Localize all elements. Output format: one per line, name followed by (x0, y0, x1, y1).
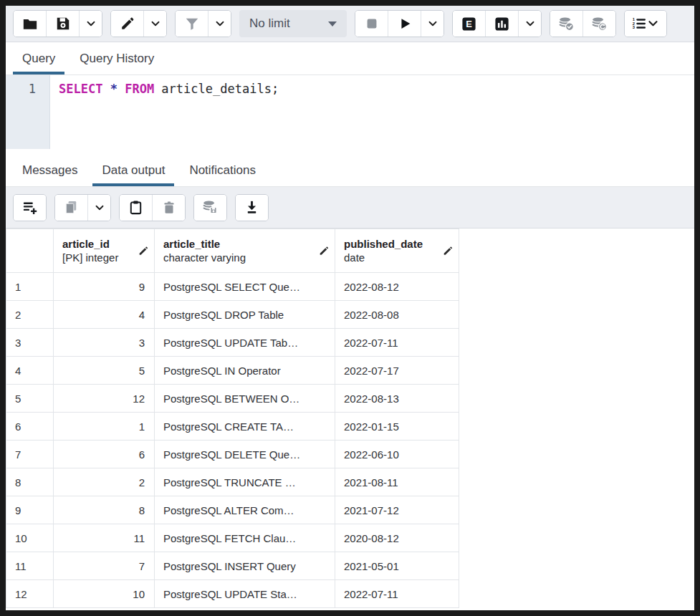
tab-messages[interactable]: Messages (13, 154, 87, 186)
article-title-cell[interactable]: PostgreSQL BETWEEN O… (155, 385, 335, 413)
row-number-cell[interactable]: 6 (6, 413, 54, 441)
row-number-cell[interactable]: 2 (6, 301, 54, 329)
delete-row-button[interactable] (152, 195, 185, 221)
save-options-button[interactable] (79, 11, 102, 37)
published-date-cell[interactable]: 2022-08-08 (335, 301, 459, 329)
add-row-button[interactable] (14, 195, 46, 221)
download-group (235, 194, 269, 221)
article-id-cell[interactable]: 3 (54, 329, 155, 357)
row-limit-select[interactable]: No limit (239, 10, 347, 37)
article-id-cell[interactable]: 7 (54, 552, 155, 580)
column-header-published-date[interactable]: published_date date (335, 229, 459, 273)
row-number-cell[interactable]: 7 (6, 441, 54, 468)
sql-code-line[interactable]: SELECT * FROM article_details; (50, 75, 279, 149)
explain-analyze-button[interactable] (485, 11, 518, 37)
article-title-cell[interactable]: PostgreSQL IN Operator (155, 357, 335, 385)
article-id-cell[interactable]: 4 (54, 301, 155, 329)
article-id-cell[interactable]: 6 (54, 441, 155, 468)
article-id-cell[interactable]: 12 (54, 385, 155, 413)
article-title-cell[interactable]: PostgreSQL DROP Table (155, 301, 335, 329)
transaction-button-group (550, 10, 616, 37)
panel-splitter[interactable] (6, 149, 694, 154)
published-date-cell[interactable]: 2022-08-12 (335, 273, 459, 301)
copy-options-button[interactable] (87, 195, 110, 221)
pencil-icon (120, 16, 135, 32)
row-number-cell[interactable]: 8 (6, 468, 54, 496)
row-number-cell[interactable]: 1 (6, 273, 54, 301)
article-title-cell[interactable]: PostgreSQL SELECT Que… (155, 273, 335, 301)
edit-column-icon[interactable] (138, 246, 149, 256)
tab-notifications[interactable]: Notifications (180, 154, 265, 186)
tab-query-history-label: Query History (80, 52, 154, 66)
published-date-cell[interactable]: 2022-07-11 (335, 329, 459, 357)
edit-menu-button[interactable] (111, 11, 143, 37)
sql-keyword: SELECT (59, 82, 102, 96)
open-file-button[interactable] (14, 11, 46, 37)
table-row: 7 6 PostgreSQL DELETE Que… 2022-06-10 (6, 441, 459, 468)
commit-button[interactable] (550, 11, 582, 37)
published-date-cell[interactable]: 2022-07-11 (335, 580, 459, 608)
sql-editor[interactable]: 1 SELECT * FROM article_details; (6, 75, 694, 149)
article-id-cell[interactable]: 1 (54, 413, 155, 441)
save-data-group (193, 194, 227, 221)
article-id-cell[interactable]: 10 (54, 580, 155, 608)
article-id-cell[interactable]: 8 (54, 496, 155, 524)
article-id-cell[interactable]: 11 (54, 524, 155, 552)
column-type: character varying (163, 251, 316, 265)
macros-button-group: 1 2 3 (624, 10, 667, 37)
save-results-to-file-button[interactable] (236, 195, 268, 221)
macros-button[interactable]: 1 2 3 (625, 11, 666, 37)
table-row: 9 8 PostgreSQL ALTER Com… 2021-07-12 (6, 496, 459, 524)
save-data-changes-button[interactable] (194, 195, 226, 221)
article-title-cell[interactable]: PostgreSQL ALTER Com… (155, 496, 335, 524)
rollback-button[interactable] (582, 11, 615, 37)
tab-query[interactable]: Query (13, 42, 64, 74)
explain-button[interactable]: E (453, 11, 485, 37)
article-title-cell[interactable]: PostgreSQL TRUNCATE … (155, 468, 335, 496)
explain-options-button[interactable] (518, 11, 541, 37)
sql-identifier: article_details; (154, 82, 279, 96)
row-number-cell[interactable]: 4 (6, 357, 54, 385)
tab-query-history[interactable]: Query History (70, 42, 163, 74)
published-date-cell[interactable]: 2021-07-12 (335, 496, 459, 524)
article-title-cell[interactable]: PostgreSQL DELETE Que… (155, 441, 335, 468)
row-number-cell[interactable]: 12 (6, 580, 54, 608)
save-file-button[interactable] (46, 11, 79, 37)
cancel-query-button[interactable] (355, 11, 388, 37)
row-number-cell[interactable]: 5 (6, 385, 54, 413)
execute-query-button[interactable] (388, 11, 421, 37)
column-header-article-id[interactable]: article_id [PK] integer (54, 229, 155, 273)
row-number-cell[interactable]: 11 (6, 552, 54, 580)
edit-button-group (110, 10, 167, 37)
published-date-cell[interactable]: 2022-01-15 (335, 413, 459, 441)
execute-options-button[interactable] (421, 11, 444, 37)
article-id-cell[interactable]: 9 (54, 273, 155, 301)
article-title-cell[interactable]: PostgreSQL FETCH Clau… (155, 524, 335, 552)
article-id-cell[interactable]: 5 (54, 357, 155, 385)
published-date-cell[interactable]: 2021-05-01 (335, 552, 459, 580)
article-title-cell[interactable]: PostgreSQL UPDATE Sta… (155, 580, 335, 608)
row-number-cell[interactable]: 10 (6, 524, 54, 552)
paste-button[interactable] (120, 195, 152, 221)
published-date-cell[interactable]: 2021-08-11 (335, 468, 459, 496)
article-title-cell[interactable]: PostgreSQL CREATE TA… (155, 413, 335, 441)
article-id-cell[interactable]: 2 (54, 468, 155, 496)
filter-options-button[interactable] (208, 11, 231, 37)
edit-column-icon[interactable] (319, 246, 330, 256)
edit-column-icon[interactable] (443, 246, 454, 256)
corner-header-cell[interactable] (6, 229, 54, 273)
column-header-article-title[interactable]: article_title character varying (155, 229, 335, 273)
article-title-cell[interactable]: PostgreSQL INSERT Query (155, 552, 335, 580)
article-title-cell[interactable]: PostgreSQL UPDATE Tab… (155, 329, 335, 357)
row-number-cell[interactable]: 3 (6, 329, 54, 357)
published-date-cell[interactable]: 2022-07-17 (335, 357, 459, 385)
published-date-cell[interactable]: 2020-08-12 (335, 524, 459, 552)
file-button-group (13, 10, 102, 37)
tab-data-output[interactable]: Data output (92, 154, 174, 186)
edit-options-button[interactable] (143, 11, 166, 37)
filter-button[interactable] (176, 11, 208, 37)
copy-button[interactable] (55, 195, 87, 221)
published-date-cell[interactable]: 2022-08-13 (335, 385, 459, 413)
published-date-cell[interactable]: 2022-06-10 (335, 441, 459, 468)
row-number-cell[interactable]: 9 (6, 496, 54, 524)
